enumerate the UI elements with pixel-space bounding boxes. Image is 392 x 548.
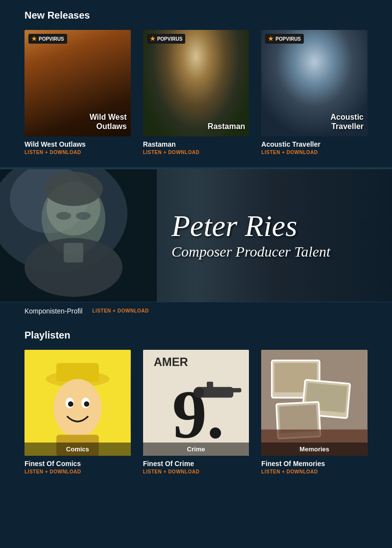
album-item-wild-west[interactable]: ★ POPVIRUS Wild WestOutlaws Wild West Ou… [24, 30, 131, 155]
album-title-overlay-rastaman: Rastaman [208, 122, 245, 131]
playlist-info-crime: Finest Of Crime LISTEN + DOWNLOAD [143, 460, 249, 474]
komponisten-row: Komponisten-Profil LISTEN + DOWNLOAD [0, 302, 392, 320]
svg-point-13 [54, 379, 102, 437]
svg-point-5 [44, 172, 103, 206]
badge-text-acoustic: POPVIRUS [275, 36, 301, 42]
album-name-wild-west: Wild West Outlaws [24, 140, 131, 148]
playlisten-title: Playlisten [24, 330, 368, 341]
listen-download-rastaman[interactable]: LISTEN + DOWNLOAD [143, 150, 249, 155]
listen-download-comics[interactable]: LISTEN + DOWNLOAD [24, 469, 131, 474]
crime-art: 9. AMER [143, 350, 249, 456]
banner-text-area: Peter Ries Composer Producer Talent [157, 201, 392, 270]
playlist-cover-crime: 9. AMER Crime [143, 350, 249, 456]
svg-point-9 [76, 212, 91, 220]
playlist-item-memories[interactable]: Memories Finest Of Memories LISTEN + DOW… [261, 350, 368, 475]
memories-art [261, 350, 368, 456]
svg-point-8 [56, 212, 71, 220]
badge-star-rastaman: ★ [150, 35, 155, 42]
playlist-item-comics[interactable]: Comics Finest Of Comics LISTEN + DOWNLOA… [24, 350, 131, 475]
svg-text:AMER: AMER [153, 355, 188, 368]
playlist-name-memories: Finest Of Memories [261, 460, 368, 468]
album-item-rastaman[interactable]: ★ POPVIRUS Rastaman Rastaman LISTEN + DO… [143, 30, 249, 155]
svg-rect-32 [279, 404, 318, 433]
badge-star-acoustic: ★ [268, 35, 273, 42]
album-cover-acoustic: ★ POPVIRUS AcousticTraveller [261, 30, 368, 136]
playlist-name-crime: Finest Of Crime [143, 460, 249, 468]
album-info-rastaman: Rastaman LISTEN + DOWNLOAD [143, 140, 249, 155]
banner-name: Peter Ries [172, 210, 377, 241]
badge-text-wild-west: POPVIRUS [39, 36, 64, 42]
badge-text-rastaman: POPVIRUS [157, 36, 183, 42]
album-info-acoustic: Acoustic Traveller LISTEN + DOWNLOAD [261, 140, 368, 155]
svg-point-17 [84, 401, 89, 407]
playlisten-section: Playlisten [0, 320, 392, 490]
listen-download-wild-west[interactable]: LISTEN + DOWNLOAD [24, 150, 131, 155]
badge-star-wild-west: ★ [31, 35, 37, 42]
album-title-overlay-acoustic: AcousticTraveller [330, 112, 364, 131]
comics-art [24, 350, 131, 456]
album-name-acoustic: Acoustic Traveller [261, 140, 368, 148]
popvirus-badge-wild-west: ★ POPVIRUS [28, 34, 67, 44]
album-info-wild-west: Wild West Outlaws LISTEN + DOWNLOAD [24, 140, 131, 155]
playlists-grid: Comics Finest Of Comics LISTEN + DOWNLOA… [24, 350, 368, 475]
person-silhouette [0, 169, 157, 302]
playlist-overlay-crime: Crime [143, 443, 249, 456]
album-cover-rastaman: ★ POPVIRUS Rastaman [143, 30, 249, 136]
listen-download-banner[interactable]: LISTEN + DOWNLOAD [92, 308, 148, 313]
banner-subtitle: Composer Producer Talent [172, 243, 377, 260]
album-title-overlay-wild-west: Wild WestOutlaws [90, 112, 127, 131]
svg-rect-12 [56, 363, 99, 382]
playlist-cover-comics: Comics [24, 350, 131, 456]
playlist-item-crime[interactable]: 9. AMER Crime Finest Of Crime LISTEN + D… [143, 350, 249, 475]
svg-point-25 [194, 387, 204, 398]
banner-person [0, 169, 157, 302]
listen-download-acoustic[interactable]: LISTEN + DOWNLOAD [261, 150, 368, 155]
album-cover-wild-west: ★ POPVIRUS Wild WestOutlaws [24, 30, 131, 136]
listen-download-memories[interactable]: LISTEN + DOWNLOAD [261, 469, 368, 474]
playlist-info-memories: Finest Of Memories LISTEN + DOWNLOAD [261, 460, 368, 474]
komponisten-text: Komponisten-Profil [24, 307, 82, 315]
album-name-rastaman: Rastaman [143, 140, 249, 148]
svg-point-16 [68, 401, 74, 407]
popvirus-badge-acoustic: ★ POPVIRUS [265, 34, 304, 44]
svg-rect-7 [64, 243, 83, 262]
playlist-name-comics: Finest Of Comics [24, 460, 131, 468]
banner-section: Peter Ries Composer Producer Talent [0, 169, 392, 302]
albums-grid: ★ POPVIRUS Wild WestOutlaws Wild West Ou… [24, 30, 368, 155]
playlist-overlay-memories: Memories [261, 443, 368, 456]
listen-download-crime[interactable]: LISTEN + DOWNLOAD [143, 469, 249, 474]
playlist-cover-memories: Memories [261, 350, 368, 456]
new-releases-title: New Releases [24, 10, 368, 21]
playlist-overlay-comics: Comics [24, 443, 131, 456]
svg-rect-23 [207, 382, 213, 390]
album-item-acoustic[interactable]: ★ POPVIRUS AcousticTraveller Acoustic Tr… [261, 30, 368, 155]
popvirus-badge-rastaman: ★ POPVIRUS [147, 34, 186, 44]
playlist-info-comics: Finest Of Comics LISTEN + DOWNLOAD [24, 460, 131, 474]
empty-space [0, 489, 392, 548]
svg-rect-24 [230, 388, 241, 392]
new-releases-section: New Releases ★ POPVIRUS Wild WestOutlaws… [0, 0, 392, 167]
